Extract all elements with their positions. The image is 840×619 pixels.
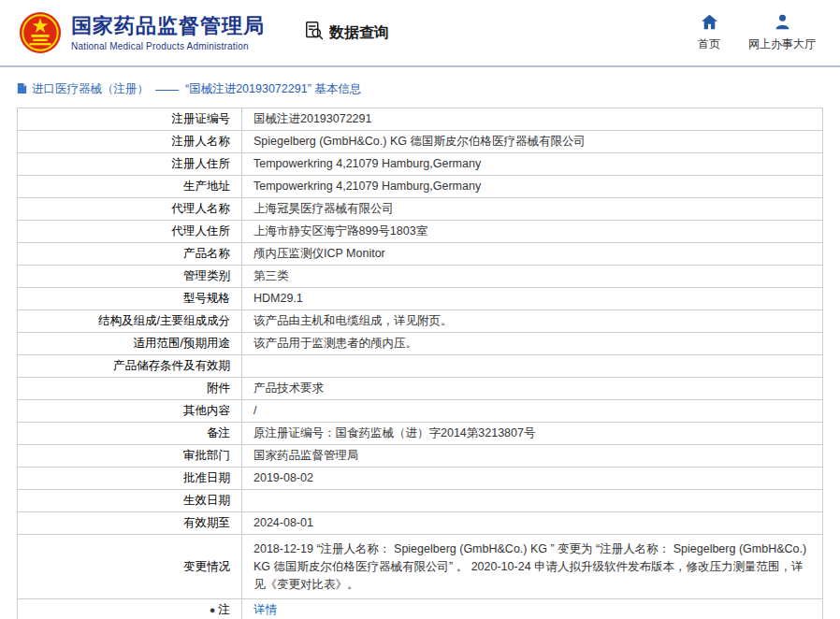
table-row: 生产地址 Tempowerkring 4,21079 Hamburg,Germa… bbox=[18, 176, 823, 198]
field-value: Tempowerkring 4,21079 Hamburg,Germany bbox=[242, 153, 823, 176]
home-icon bbox=[701, 14, 718, 33]
field-label: 管理类别 bbox=[18, 266, 242, 288]
field-label: 其他内容 bbox=[18, 400, 242, 423]
field-label: 变更情况 bbox=[18, 535, 242, 599]
org-title-block: 国家药品监督管理局 National Medical Products Admi… bbox=[71, 14, 265, 50]
field-value: 2019-08-02 bbox=[242, 468, 823, 490]
nav-home-label: 首页 bbox=[698, 36, 720, 52]
field-value: / bbox=[242, 400, 823, 423]
field-value: 第三类 bbox=[242, 266, 823, 288]
field-label: 有效期至 bbox=[18, 512, 242, 535]
field-value: 产品技术要求 bbox=[242, 378, 823, 400]
breadcrumb: 进口医疗器械（注册） —— “国械注进20193072291” 基本信息 bbox=[0, 67, 840, 108]
note-bullet-icon: ● bbox=[210, 602, 216, 618]
field-value: 国械注进20193072291 bbox=[242, 108, 823, 131]
field-value bbox=[242, 355, 823, 378]
field-value: 颅内压监测仪ICP Monitor bbox=[242, 243, 823, 266]
breadcrumb-category[interactable]: 进口医疗器械（注册） bbox=[32, 81, 149, 97]
field-label: 生产地址 bbox=[18, 176, 242, 198]
field-label: 备注 bbox=[18, 423, 242, 445]
field-value: 详情 bbox=[242, 599, 823, 619]
field-label: 注册证编号 bbox=[18, 108, 242, 131]
org-name: 国家药品监督管理局 bbox=[71, 14, 265, 37]
note-label: 注 bbox=[219, 603, 231, 616]
table-row: 备注 原注册证编号：国食药监械（进）字2014第3213807号 bbox=[18, 423, 823, 445]
table-row: 产品储存条件及有效期 bbox=[18, 355, 823, 378]
field-label: 生效日期 bbox=[18, 490, 242, 512]
table-row: 适用范围/预期用途 该产品用于监测患者的颅内压。 bbox=[18, 333, 823, 355]
table-row: 管理类别 第三类 bbox=[18, 266, 823, 288]
field-label: 结构及组成/主要组成成分 bbox=[18, 310, 242, 333]
nav-service-hall-label: 网上办事大厅 bbox=[748, 36, 816, 52]
field-label: 批准日期 bbox=[18, 468, 242, 490]
table-row: 审批部门 国家药品监督管理局 bbox=[18, 445, 823, 468]
data-query-icon bbox=[304, 21, 325, 45]
registration-info-table: 注册证编号 国械注进20193072291 注册人名称 Spiegelberg … bbox=[17, 108, 823, 619]
table-row: 注册人名称 Spiegelberg (GmbH&Co.) KG 德国斯皮尔伯格医… bbox=[18, 131, 823, 153]
field-value: 上海市静安区海宁路899号1803室 bbox=[242, 221, 823, 243]
breadcrumb-separator: —— bbox=[155, 83, 179, 96]
field-label: 产品名称 bbox=[18, 243, 242, 266]
field-value: 2018-12-19 “注册人名称： Spiegelberg (GmbH&Co.… bbox=[242, 535, 823, 599]
field-value: 该产品由主机和电缆组成，详见附页。 bbox=[242, 310, 823, 333]
table-row: 注册人住所 Tempowerkring 4,21079 Hamburg,Germ… bbox=[18, 153, 823, 176]
field-label: 型号规格 bbox=[18, 288, 242, 310]
table-row: 代理人名称 上海冠昊医疗器械有限公司 bbox=[18, 198, 823, 221]
breadcrumb-current-title: “国械注进20193072291” 基本信息 bbox=[185, 81, 361, 97]
field-label: 适用范围/预期用途 bbox=[18, 333, 242, 355]
table-row: 批准日期 2019-08-02 bbox=[18, 468, 823, 490]
field-label: 审批部门 bbox=[18, 445, 242, 468]
nav-home[interactable]: 首页 bbox=[698, 14, 720, 52]
table-row: 产品名称 颅内压监测仪ICP Monitor bbox=[18, 243, 823, 266]
field-label: 代理人住所 bbox=[18, 221, 242, 243]
table-row: 代理人住所 上海市静安区海宁路899号1803室 bbox=[18, 221, 823, 243]
field-value: Tempowerkring 4,21079 Hamburg,Germany bbox=[242, 176, 823, 198]
nav-service-hall[interactable]: 网上办事大厅 bbox=[748, 14, 816, 52]
field-label: 附件 bbox=[18, 378, 242, 400]
table-row: 结构及组成/主要组成成分 该产品由主机和电缆组成，详见附页。 bbox=[18, 310, 823, 333]
document-icon bbox=[17, 82, 27, 97]
field-label: ●注 bbox=[18, 599, 242, 619]
field-value: HDM29.1 bbox=[242, 288, 823, 310]
field-value: 国家药品监督管理局 bbox=[242, 445, 823, 468]
field-label: 注册人住所 bbox=[18, 153, 242, 176]
table-row: 注册证编号 国械注进20193072291 bbox=[18, 108, 823, 131]
person-icon bbox=[774, 14, 791, 33]
table-row-change-history: 变更情况 2018-12-19 “注册人名称： Spiegelberg (Gmb… bbox=[18, 535, 823, 599]
table-row: 其他内容 / bbox=[18, 400, 823, 423]
field-value: 上海冠昊医疗器械有限公司 bbox=[242, 198, 823, 221]
field-value: Spiegelberg (GmbH&Co.) KG 德国斯皮尔伯格医疗器械有限公… bbox=[242, 131, 823, 153]
data-query-label: 数据查询 bbox=[329, 23, 389, 43]
table-row: 附件 产品技术要求 bbox=[18, 378, 823, 400]
table-row: 型号规格 HDM29.1 bbox=[18, 288, 823, 310]
field-label: 代理人名称 bbox=[18, 198, 242, 221]
table-row: 生效日期 bbox=[18, 490, 823, 512]
field-value: 原注册证编号：国食药监械（进）字2014第3213807号 bbox=[242, 423, 823, 445]
header-nav: 首页 网上办事大厅 bbox=[698, 14, 819, 52]
field-value bbox=[242, 490, 823, 512]
field-label: 注册人名称 bbox=[18, 131, 242, 153]
field-value: 该产品用于监测患者的颅内压。 bbox=[242, 333, 823, 355]
table-row-note: ●注 详情 bbox=[18, 599, 823, 619]
field-label: 产品储存条件及有效期 bbox=[18, 355, 242, 378]
site-header: 国家药品监督管理局 National Medical Products Admi… bbox=[0, 0, 840, 65]
national-emblem-logo bbox=[19, 11, 62, 54]
field-value: 2024-08-01 bbox=[242, 512, 823, 535]
org-subtitle: National Medical Products Administration bbox=[71, 41, 265, 51]
table-row: 有效期至 2024-08-01 bbox=[18, 512, 823, 535]
data-query-nav[interactable]: 数据查询 bbox=[304, 21, 389, 45]
detail-link[interactable]: 详情 bbox=[253, 603, 277, 616]
